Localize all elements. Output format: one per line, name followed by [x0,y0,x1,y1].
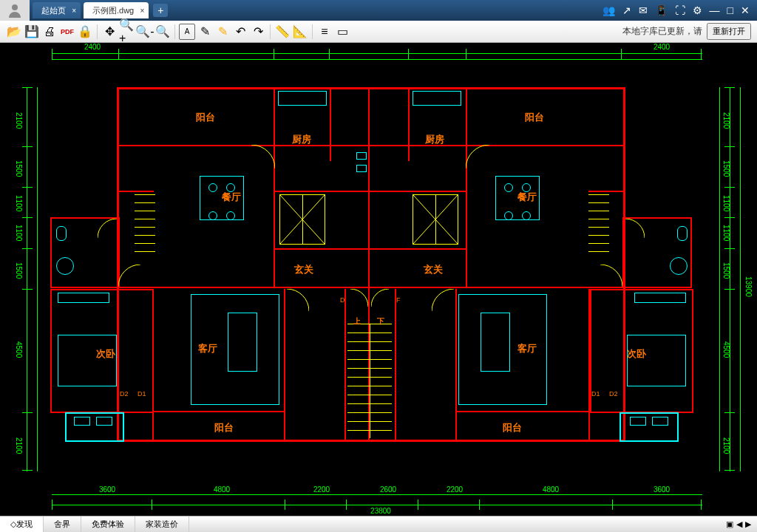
dim-l1: 2100 [15,106,23,135]
marker-d: D [340,296,345,304]
dim-b4: 2600 [366,485,410,494]
bottom-tab-shijie[interactable]: 舍界 [44,516,81,532]
open-button[interactable]: 📂 [6,24,22,40]
room-balcony: 阳台 [196,111,215,124]
minimize-icon[interactable]: — [710,4,720,16]
dim-b6: 4800 [529,485,573,494]
stair-up: 上 [353,316,361,327]
measure-button[interactable]: 📏 [274,24,291,40]
marker-f: F [396,296,401,304]
reopen-button[interactable]: 重新打开 [707,23,751,40]
dim-top: 2400 [74,43,111,51]
dim-l5: 1500 [15,259,23,282]
marker-d2: D2 [609,390,618,398]
close-icon[interactable]: × [72,7,76,15]
update-message: 本地字库已更新，请 [622,25,702,38]
highlight-button[interactable]: ✎ [214,24,231,40]
room-entry: 玄关 [424,263,443,276]
view-mode-icon[interactable]: ▣ [726,519,733,529]
tab-start-label: 起始页 [41,5,66,16]
dim-l4: 1100 [15,224,23,242]
pencil-button[interactable]: ✎ [197,24,213,40]
share-icon[interactable]: 👥 [602,4,615,16]
bottom-tab-trial[interactable]: 免费体验 [81,516,135,532]
room-balcony: 阳台 [214,421,234,434]
toolbar: 📂 💾 🖨 PDF 🔒 ✥ 🔍+ 🔍- 🔍 A ✎ ✎ ↶ ↷ 📏 📐 ≡ ▭ … [0,21,757,43]
svg-point-0 [12,4,18,10]
settings-icon[interactable]: ⚙ [693,4,702,16]
pdf-button[interactable]: PDF [59,24,75,40]
bottom-tab-discover[interactable]: ◇ 发现 [0,516,44,532]
room-entry: 玄关 [294,263,313,276]
room-kitchen: 厨房 [292,133,311,146]
maximize-icon[interactable]: □ [727,4,733,16]
layers-button[interactable]: ≡ [316,24,333,40]
tab-start[interactable]: 起始页× [33,2,81,18]
text-button[interactable]: A [179,24,195,40]
pan-button[interactable]: ✥ [101,24,118,40]
room-bed2: 次卧 [96,347,115,361]
dim-r1: 2100 [722,106,730,135]
dim-r4: 1100 [722,224,730,242]
stair-down: 下 [377,316,384,327]
marker-d1: D1 [138,390,146,398]
dim-b7: 3600 [639,485,684,494]
room-dining: 餐厅 [517,191,537,204]
tab-file-label: 示例图.dwg [92,5,134,16]
tab-file[interactable]: 示例图.dwg× [84,2,149,18]
room-bed2: 次卧 [627,347,646,361]
dim-b2: 4800 [200,485,244,494]
measure2-button[interactable]: 📐 [292,24,308,40]
print-button[interactable]: 🖨 [41,24,58,40]
dim-r5: 1500 [722,259,730,282]
bottom-tab-jiazhuang[interactable]: 家装造价 [135,516,189,532]
view-button[interactable]: ▭ [334,24,350,40]
save-button[interactable]: 💾 [24,24,40,40]
fullscreen-icon[interactable]: ⛶ [675,4,685,16]
room-kitchen: 厨房 [425,133,444,146]
scroll-right-icon[interactable]: ▶ [745,519,751,529]
zoom-out-button[interactable]: 🔍- [137,24,153,40]
dim-l2: 1500 [15,157,23,180]
status-bar: ◇ 发现 舍界 免费体验 家装造价 ▣ ◀ ▶ [0,516,757,532]
dim-rtotal: 13900 [744,265,753,309]
close-window-icon[interactable]: ✕ [741,4,750,16]
zoom-fit-button[interactable]: 🔍 [155,24,171,40]
dim-r7: 2100 [722,431,730,460]
scroll-left-icon[interactable]: ◀ [736,519,742,529]
dim-total: 23800 [359,507,403,515]
wechat-icon[interactable]: ✉ [639,4,648,16]
room-balcony: 阳台 [525,111,544,124]
dim-l3: 1100 [15,194,23,213]
dim-b1: 3600 [85,485,129,494]
room-living: 客厅 [198,342,217,355]
drawing-canvas[interactable]: 2400 2400 3600 4800 2200 2600 2200 4800 … [0,43,757,516]
close-icon[interactable]: × [140,7,144,15]
dim-l6: 4500 [15,335,23,364]
zoom-in-button[interactable]: 🔍+ [119,24,135,40]
mobile-icon[interactable]: 📱 [655,4,668,16]
undo-button[interactable]: ↶ [232,24,248,40]
marker-d2: D2 [120,390,129,398]
new-tab-button[interactable]: + [153,4,168,17]
room-balcony: 阳台 [503,421,522,434]
dim-b3: 2200 [299,485,344,494]
export-icon[interactable]: ↗ [622,4,631,16]
user-avatar[interactable] [0,0,30,21]
dim-r2: 1500 [722,157,730,180]
dim-r6: 4500 [722,335,730,364]
dim-r3: 1100 [722,194,730,213]
dim-top: 2400 [643,43,680,51]
dim-b5: 2200 [432,485,477,494]
dim-l7: 2100 [15,431,23,460]
marker-d1: D1 [591,390,600,398]
room-dining: 餐厅 [222,191,241,204]
redo-button[interactable]: ↷ [250,24,266,40]
lock-button[interactable]: 🔒 [77,24,93,40]
room-living: 客厅 [517,342,537,355]
